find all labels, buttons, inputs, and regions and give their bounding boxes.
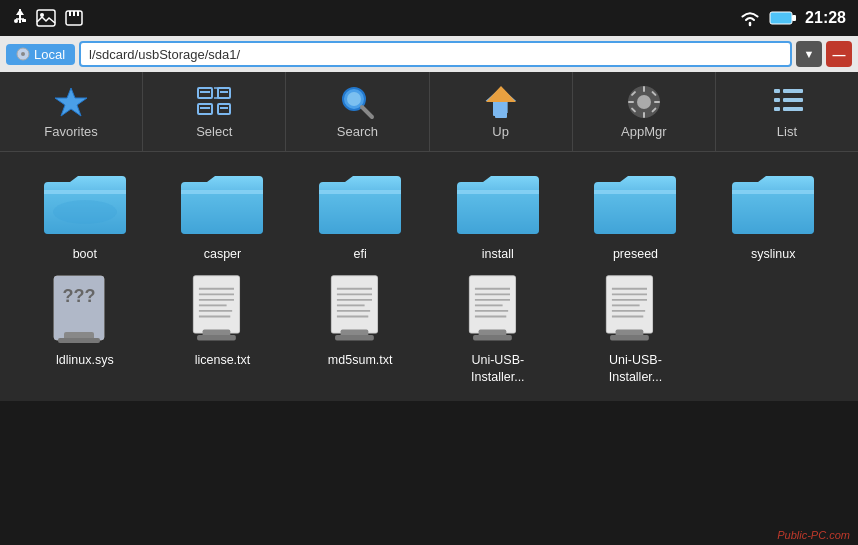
- file-md5sum-label: md5sum.txt: [328, 352, 393, 368]
- svg-rect-52: [58, 338, 100, 343]
- select-icon: [196, 84, 232, 120]
- folder-boot-label: boot: [73, 246, 97, 262]
- toolbar-favorites[interactable]: Favorites: [0, 72, 143, 151]
- folder-preseed-label: preseed: [613, 246, 658, 262]
- list-label: List: [777, 124, 797, 139]
- svg-rect-44: [774, 89, 780, 93]
- select-label: Select: [196, 124, 232, 139]
- folder-syslinux-label: syslinux: [751, 246, 795, 262]
- toolbar-up[interactable]: Up: [430, 72, 573, 151]
- address-bar: Local ▼ —: [0, 36, 858, 72]
- svg-rect-3: [22, 19, 26, 22]
- toolbar-list[interactable]: List: [716, 72, 858, 151]
- svg-rect-42: [783, 98, 803, 102]
- wifi-icon: [739, 9, 761, 27]
- folder-icon-boot: [40, 168, 130, 240]
- minus-button[interactable]: —: [826, 41, 852, 67]
- folder-casper[interactable]: casper: [158, 168, 288, 262]
- folder-icon-preseed: [590, 168, 680, 240]
- appmgr-icon: [626, 84, 662, 120]
- file-grid: boot casper: [0, 152, 858, 401]
- toolbar-search[interactable]: Search: [286, 72, 429, 151]
- clock-display: 21:28: [805, 9, 846, 27]
- svg-point-2: [14, 19, 18, 23]
- folder-icon-efi: [315, 168, 405, 240]
- svg-rect-34: [643, 112, 645, 118]
- svg-marker-30: [486, 86, 516, 102]
- folder-efi-label: efi: [354, 246, 367, 262]
- svg-rect-46: [774, 107, 780, 111]
- toolbar: Favorites Select Search: [0, 72, 858, 152]
- svg-rect-61: [198, 335, 237, 341]
- folder-casper-label: casper: [204, 246, 242, 262]
- appmgr-label: AppMgr: [621, 124, 667, 139]
- svg-rect-11: [792, 15, 796, 21]
- up-icon: [483, 84, 519, 120]
- svg-point-25: [347, 92, 361, 106]
- svg-rect-4: [37, 10, 55, 26]
- svg-rect-43: [783, 107, 803, 111]
- svg-rect-36: [654, 101, 660, 103]
- svg-line-26: [362, 107, 372, 117]
- svg-rect-79: [473, 335, 512, 341]
- svg-rect-9: [77, 11, 79, 16]
- search-icon: [339, 84, 375, 120]
- disk-icon: [16, 47, 30, 61]
- list-icon: [769, 84, 805, 120]
- favorites-icon: [53, 84, 89, 120]
- watermark: Public-PC.com: [777, 529, 850, 541]
- file-uni-usb-2[interactable]: Uni-USB-Installer...: [571, 274, 701, 385]
- svg-rect-45: [774, 98, 780, 102]
- image-icon: [36, 9, 56, 27]
- svg-point-32: [637, 95, 651, 109]
- svg-text:???: ???: [62, 286, 95, 306]
- file-license[interactable]: license.txt: [158, 274, 288, 385]
- svg-point-14: [21, 52, 25, 56]
- minus-symbol: —: [833, 48, 846, 61]
- file-md5sum[interactable]: md5sum.txt: [295, 274, 425, 385]
- svg-rect-35: [628, 101, 634, 103]
- dropdown-arrow: ▼: [804, 48, 815, 60]
- folder-syslinux[interactable]: syslinux: [708, 168, 838, 262]
- folder-boot[interactable]: boot: [20, 168, 150, 262]
- storage-icon: [64, 9, 84, 27]
- file-text-icon-uni1: [459, 274, 537, 346]
- svg-marker-15: [55, 88, 87, 116]
- svg-rect-41: [783, 89, 803, 93]
- svg-rect-8: [73, 11, 75, 16]
- status-right-icons: 21:28: [739, 9, 846, 27]
- file-uni-usb-1-label: Uni-USB-Installer...: [471, 352, 525, 385]
- svg-rect-12: [772, 14, 791, 23]
- path-input[interactable]: [79, 41, 792, 67]
- folder-icon-casper: [177, 168, 267, 240]
- file-text-icon-md5: [321, 274, 399, 346]
- svg-point-47: [53, 200, 117, 224]
- svg-rect-70: [335, 335, 374, 341]
- local-label: Local: [34, 47, 65, 62]
- file-ldlinux[interactable]: ??? ldlinux.sys: [20, 274, 150, 385]
- up-label: Up: [492, 124, 509, 139]
- folder-efi[interactable]: efi: [295, 168, 425, 262]
- svg-rect-33: [643, 86, 645, 92]
- folder-install[interactable]: install: [433, 168, 563, 262]
- dropdown-button[interactable]: ▼: [796, 41, 822, 67]
- file-unknown-icon: ???: [46, 274, 124, 346]
- file-uni-usb-2-label: Uni-USB-Installer...: [609, 352, 663, 385]
- folder-install-label: install: [482, 246, 514, 262]
- battery-icon: [769, 10, 797, 26]
- toolbar-select[interactable]: Select: [143, 72, 286, 151]
- folder-icon-install: [453, 168, 543, 240]
- file-text-icon-license: [183, 274, 261, 346]
- file-text-icon-uni2: [596, 274, 674, 346]
- svg-rect-88: [611, 335, 650, 341]
- file-license-label: license.txt: [195, 352, 251, 368]
- status-left-icons: [12, 7, 84, 29]
- local-button[interactable]: Local: [6, 44, 75, 65]
- status-bar: 21:28: [0, 0, 858, 36]
- svg-rect-7: [69, 11, 71, 16]
- search-label: Search: [337, 124, 378, 139]
- folder-preseed[interactable]: preseed: [571, 168, 701, 262]
- toolbar-appmgr[interactable]: AppMgr: [573, 72, 716, 151]
- file-uni-usb-1[interactable]: Uni-USB-Installer...: [433, 274, 563, 385]
- usb-icon: [12, 7, 28, 29]
